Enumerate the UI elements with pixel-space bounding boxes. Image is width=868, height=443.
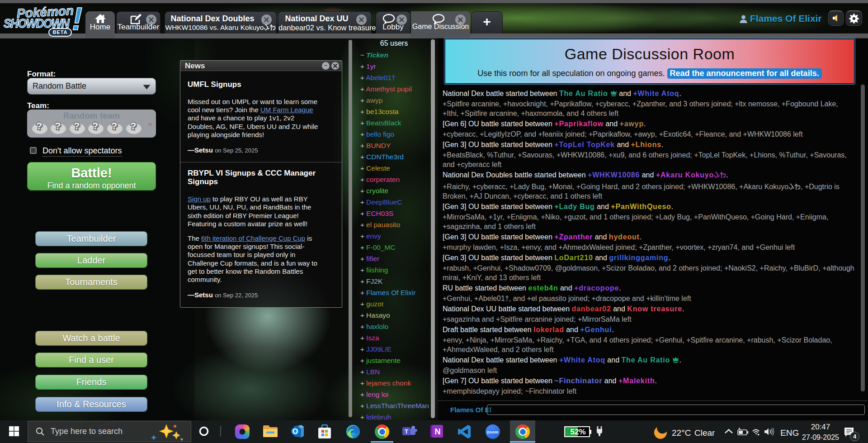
svg-text:T: T [405,428,408,435]
svg-text:O: O [292,428,298,435]
svg-text:N: N [435,427,441,436]
